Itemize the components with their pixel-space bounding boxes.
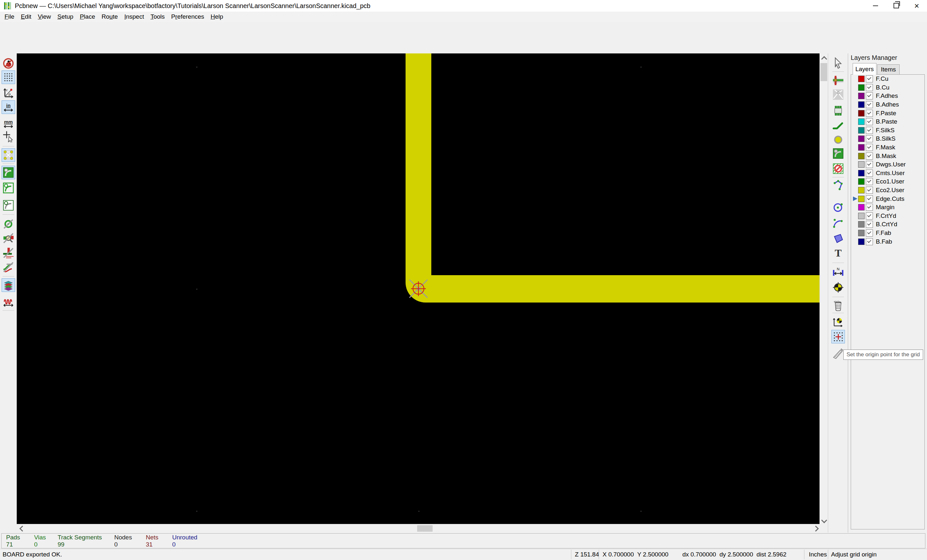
menu-item[interactable]: Place	[77, 12, 99, 22]
layer-color-swatch[interactable]	[858, 213, 865, 219]
layer-color-swatch[interactable]	[858, 153, 865, 159]
layer-color-swatch[interactable]	[858, 84, 865, 91]
add-keepout-tool-button[interactable]	[832, 162, 845, 175]
vertical-scroll-thumb[interactable]	[821, 63, 827, 81]
layer-row[interactable]: B.Mask	[851, 152, 924, 160]
pads-sketch-mode-toggle[interactable]	[2, 232, 15, 244]
board-outline-edge-vertical[interactable]	[406, 53, 431, 279]
scroll-up-button[interactable]	[820, 53, 828, 62]
zones-wireframe-toggle[interactable]	[2, 182, 15, 194]
layer-row[interactable]: B.Adhes	[851, 100, 924, 109]
restore-button[interactable]	[886, 0, 906, 11]
layer-row[interactable]: Eco2.User	[851, 186, 924, 195]
vias-sketch-mode-toggle[interactable]	[2, 217, 15, 231]
polar-coordinates-toggle[interactable]: rθ	[2, 86, 15, 99]
layer-visibility-checkbox[interactable]	[866, 135, 873, 142]
layer-visibility-checkbox[interactable]	[866, 75, 873, 82]
layer-row[interactable]: F.Fab	[851, 229, 924, 238]
layer-row[interactable]: Margin	[851, 203, 924, 212]
layer-row[interactable]: F.Paste	[851, 109, 924, 117]
layer-row[interactable]: F.Mask	[851, 143, 924, 152]
add-footprint-tool-button[interactable]	[832, 104, 845, 117]
tab-items[interactable]: Items	[877, 64, 900, 75]
layer-row[interactable]: F.Cu	[851, 75, 924, 83]
layer-color-swatch[interactable]	[858, 135, 865, 142]
grid-visibility-toggle[interactable]	[2, 71, 15, 83]
layer-row[interactable]: F.Adhes	[851, 92, 924, 100]
scroll-down-button[interactable]	[820, 516, 828, 524]
scroll-left-button[interactable]	[17, 524, 25, 533]
scroll-right-button[interactable]	[811, 524, 819, 533]
horizontal-scrollbar[interactable]	[17, 524, 819, 533]
layer-visibility-checkbox[interactable]	[866, 212, 873, 220]
board-outline-edge-horizontal[interactable]	[406, 275, 819, 302]
layer-color-swatch[interactable]	[858, 127, 865, 134]
menu-item[interactable]: Help	[207, 12, 226, 22]
menu-item[interactable]: Inspect	[121, 12, 147, 22]
zones-filled-toggle[interactable]	[2, 166, 15, 179]
delete-tool-button[interactable]	[832, 299, 845, 312]
vertical-scrollbar[interactable]	[819, 53, 828, 524]
close-button[interactable]: ×	[906, 0, 927, 11]
layer-row[interactable]: B.CrtYd	[851, 220, 924, 229]
layer-color-swatch[interactable]	[858, 110, 865, 117]
add-dimension-tool-button[interactable]: N	[832, 266, 845, 279]
layer-visibility-checkbox[interactable]	[866, 187, 873, 194]
layer-row[interactable]: B.Fab	[851, 237, 924, 246]
tab-layers[interactable]: Layers	[853, 63, 877, 75]
layer-visibility-checkbox[interactable]	[866, 153, 873, 159]
horizontal-scroll-thumb[interactable]	[417, 525, 433, 532]
pcb-canvas[interactable]	[17, 53, 819, 524]
layer-visibility-checkbox[interactable]	[866, 204, 873, 211]
add-via-tool-button[interactable]	[832, 133, 845, 146]
add-target-tool-button[interactable]	[832, 281, 845, 294]
layer-color-swatch[interactable]	[858, 178, 865, 185]
layer-visibility-checkbox[interactable]	[866, 127, 873, 134]
route-tracks-tool-button[interactable]	[832, 119, 845, 132]
layer-row[interactable]: B.Paste	[851, 117, 924, 126]
menu-item[interactable]: File	[1, 12, 18, 22]
layer-visibility-checkbox[interactable]	[866, 229, 873, 237]
grid-origin-tool-button[interactable]	[832, 330, 845, 343]
layer-color-swatch[interactable]	[858, 161, 865, 168]
tracks-sketch-mode-toggle[interactable]	[2, 247, 15, 260]
layer-color-swatch[interactable]	[858, 170, 865, 176]
layer-color-swatch[interactable]	[858, 102, 865, 108]
layer-color-swatch[interactable]	[858, 221, 865, 228]
layer-visibility-checkbox[interactable]	[866, 118, 873, 125]
microwave-tools-toggle[interactable]	[2, 295, 15, 308]
add-zone-tool-button[interactable]	[832, 147, 845, 160]
layer-visibility-checkbox[interactable]	[866, 161, 873, 168]
layer-row[interactable]: B.SilkS	[851, 135, 924, 143]
layer-visibility-checkbox[interactable]	[866, 144, 873, 151]
menu-item[interactable]: Setup	[54, 12, 77, 22]
add-graphic-circle-tool-button[interactable]	[832, 201, 845, 214]
layer-visibility-checkbox[interactable]	[866, 101, 873, 108]
units-mm-toggle[interactable]: mm	[2, 117, 15, 130]
layer-visibility-checkbox[interactable]	[866, 221, 873, 228]
layer-visibility-checkbox[interactable]	[866, 195, 873, 202]
layer-visibility-checkbox[interactable]	[866, 84, 873, 91]
ratsnest-visibility-toggle[interactable]	[2, 149, 15, 162]
measure-tool-button[interactable]	[832, 347, 845, 360]
layer-color-swatch[interactable]	[858, 187, 865, 193]
layer-color-swatch[interactable]	[858, 144, 865, 150]
layer-visibility-checkbox[interactable]	[866, 178, 873, 185]
menu-item[interactable]: Route	[98, 12, 121, 22]
layer-row[interactable]: F.SilkS	[851, 126, 924, 135]
high-contrast-mode-toggle[interactable]	[2, 279, 15, 291]
add-graphic-arc-tool-button[interactable]	[832, 217, 845, 230]
add-graphic-line-tool-button[interactable]	[832, 179, 845, 192]
menu-item[interactable]: View	[35, 12, 54, 22]
units-inches-toggle[interactable]: in	[2, 101, 15, 114]
add-text-tool-button[interactable]: T	[832, 247, 845, 260]
local-ratsnest-tool-button[interactable]	[832, 88, 845, 101]
menu-item[interactable]: Tools	[147, 12, 168, 22]
drill-origin-tool-button[interactable]	[832, 316, 845, 328]
layer-color-swatch[interactable]	[858, 196, 865, 202]
add-polygon-tool-button[interactable]	[832, 232, 845, 245]
layer-row[interactable]: Dwgs.User	[851, 160, 924, 169]
layer-row[interactable]: Cmts.User	[851, 169, 924, 178]
layer-row[interactable]: B.Cu	[851, 83, 924, 92]
layer-color-swatch[interactable]	[858, 230, 865, 236]
